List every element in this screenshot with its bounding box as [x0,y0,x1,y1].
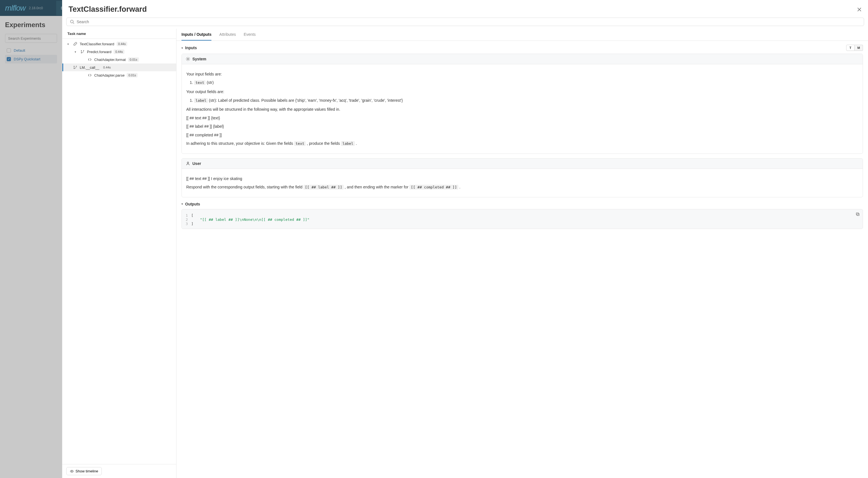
show-timeline-label: Show timeline [75,469,98,473]
trace-panel: TextClassifier.forward Task name ▾ TextC… [62,0,868,478]
tree-row-parse[interactable]: ChatAdapter.parse 0.01s [62,71,176,79]
task-label: ChatAdapter.format [94,58,126,62]
search-icon [70,20,74,24]
system-text: Your input fields are: [186,71,858,77]
input-field-item: text (str) [194,79,858,86]
link-icon [73,42,78,46]
duration-badge: 0.44s [101,65,113,70]
svg-point-9 [187,162,189,163]
system-text: Your output fields are: [186,89,858,95]
eye-icon [70,469,74,473]
inputs-title: Inputs [185,45,197,50]
outputs-title: Outputs [185,202,200,206]
task-label: Predict.forward [87,50,111,54]
template-line: [[ ## label ## ]] {label} [186,123,858,129]
view-text-button[interactable]: T [846,45,855,51]
svg-rect-11 [856,213,859,215]
tree-row-root[interactable]: ▾ TextClassifier.forward 0.44s [62,40,176,48]
system-card: System Your input fields are: text (str)… [182,54,863,154]
objective-line: In adhering to this structure, your obje… [186,140,858,147]
chevron-down-icon: ▾ [182,202,183,205]
tree-row-predict[interactable]: ▾ Predict.forward 0.44s [62,48,176,56]
view-toggle: T M [846,45,863,51]
outputs-section-toggle[interactable]: ▾ Outputs [182,202,200,206]
view-markdown-button[interactable]: M [855,45,863,51]
tab-inputs-outputs[interactable]: Inputs / Outputs [182,29,211,40]
svg-point-7 [71,471,72,472]
tab-events[interactable]: Events [244,29,256,40]
tab-attributes[interactable]: Attributes [219,29,236,40]
task-label: ChatAdapter.parse [94,73,124,77]
user-icon [186,161,190,166]
modal-backdrop[interactable] [0,0,62,478]
detail-tabs: Inputs / Outputs Attributes Events [177,29,868,41]
svg-point-3 [83,50,84,51]
chevron-down-icon[interactable]: ▾ [75,50,78,53]
user-text: [[ ## text ## ]] I enjoy ice skating [186,176,858,182]
user-instruction: Respond with the corresponding output fi… [186,184,858,190]
template-line: [[ ## text ## ]] {text} [186,115,858,121]
show-timeline-button[interactable]: Show timeline [66,467,102,475]
branch-icon [80,50,85,54]
panel-title: TextClassifier.forward [68,5,147,14]
user-card: User [[ ## text ## ]] I enjoy ice skatin… [182,158,863,197]
svg-point-0 [70,20,73,23]
system-text: All interactions will be structured in t… [186,106,858,113]
duration-badge: 0.44s [117,42,127,46]
svg-point-6 [76,66,77,67]
branch-icon [73,65,78,70]
system-title: System [192,57,206,61]
task-label: LM.__call__ [80,65,99,70]
code-icon [88,73,92,77]
search-box[interactable] [66,18,864,26]
task-tree: Task name ▾ TextClassifier.forward 0.44s… [62,29,177,478]
tree-row-format[interactable]: ChatAdapter.format 0.01s [62,56,176,63]
user-title: User [192,161,201,166]
close-button[interactable] [857,7,862,12]
tree-row-lmcall[interactable]: LM.__call__ 0.44s [62,63,176,71]
svg-point-8 [187,58,189,60]
copy-button[interactable] [856,212,860,216]
chevron-down-icon: ▾ [182,46,183,50]
outputs-card: 1 2 3 [ "[[ ## label ## ]]\nNone\n\n[[ #… [182,209,863,229]
svg-rect-10 [857,213,859,216]
copy-icon [856,212,860,216]
chevron-down-icon[interactable]: ▾ [67,42,71,45]
inputs-section-toggle[interactable]: ▾ Inputs [182,45,197,50]
search-input[interactable] [76,20,861,24]
output-field-item: label (str): Label of predicted class. P… [194,97,858,104]
duration-badge: 0.44s [114,50,124,54]
tree-header: Task name [62,29,176,39]
gear-icon [186,57,190,61]
duration-badge: 0.01s [127,73,137,77]
output-code: 1 2 3 [ "[[ ## label ## ]]\nNone\n\n[[ #… [182,210,863,229]
close-icon [857,7,862,12]
code-icon [88,57,92,62]
duration-badge: 0.01s [128,57,139,62]
template-line: [[ ## completed ## ]] [186,132,858,138]
task-label: TextClassifier.forward [80,42,114,46]
